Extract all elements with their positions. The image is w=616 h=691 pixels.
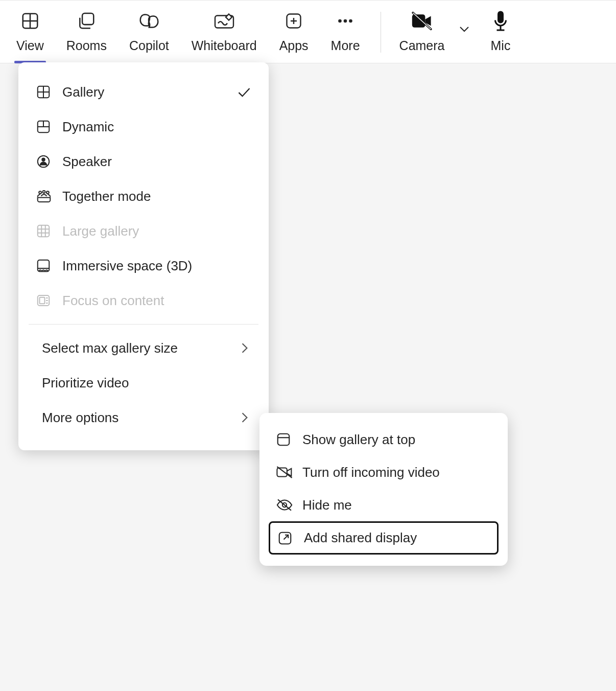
svg-point-24 [39,191,41,194]
menu-speaker[interactable]: Speaker [18,144,269,179]
menu-large-gallery: Large gallery [18,214,269,248]
menu-select-max-label: Select max gallery size [42,340,241,356]
svg-point-23 [42,158,45,162]
menu-dynamic[interactable]: Dynamic [18,109,269,144]
svg-line-45 [284,535,289,539]
focus-content-icon [36,293,55,308]
svg-rect-40 [277,468,287,477]
svg-line-43 [278,499,291,510]
toolbar-mic[interactable]: Mic [485,10,517,53]
large-gallery-icon [36,223,55,239]
menu-more-options-label: More options [42,410,241,426]
toolbar-divider [381,12,381,53]
video-off-icon [276,465,297,479]
menu-immersive-space[interactable]: Immersive space (3D) [18,248,269,283]
menu-together-label: Together mode [62,189,251,204]
toolbar-rooms[interactable]: Rooms [60,10,113,53]
toolbar-view[interactable]: View [10,10,50,53]
toolbar-camera[interactable]: Camera [393,10,451,53]
more-options-submenu: Show gallery at top Turn off incoming vi… [259,413,508,566]
apps-plus-icon [285,10,303,32]
immersive-3d-icon [36,258,55,273]
copilot-icon [138,10,160,32]
menu-select-max-gallery[interactable]: Select max gallery size [18,331,269,365]
toolbar-camera-label: Camera [399,38,445,53]
svg-rect-34 [40,297,45,304]
toolbar-more-label: More [331,38,360,53]
svg-point-26 [46,191,49,194]
submenu-show-gallery-top-label: Show gallery at top [302,432,415,448]
menu-more-options[interactable]: More options [18,400,269,435]
svg-point-8 [338,19,342,23]
camera-off-icon [410,10,434,32]
submenu-show-gallery-top[interactable]: Show gallery at top [269,423,499,456]
menu-gallery-label: Gallery [62,84,237,100]
svg-rect-3 [82,13,93,25]
view-dropdown-menu: Gallery Dynamic Speaker [18,62,269,450]
chevron-down-icon [458,25,470,33]
together-mode-icon [36,189,55,204]
submenu-hide-me[interactable]: Hide me [269,489,499,521]
whiteboard-icon [214,10,235,32]
submenu-add-shared-display-label: Add shared display [304,530,417,546]
menu-immersive-label: Immersive space (3D) [62,258,251,274]
menu-large-gallery-label: Large gallery [62,223,251,239]
menu-focus-content: Focus on content [18,283,269,318]
menu-dynamic-label: Dynamic [62,119,251,135]
toolbar-more[interactable]: More [325,10,366,53]
svg-point-10 [349,19,352,23]
meeting-toolbar: View Rooms Copilot Whiteboard [0,0,616,63]
toolbar-whiteboard-label: Whiteboard [192,38,257,53]
menu-speaker-label: Speaker [62,154,251,170]
menu-prioritize-video[interactable]: Prioritize video [18,365,269,400]
toolbar-rooms-label: Rooms [66,38,107,53]
dynamic-layout-icon [36,119,55,134]
popout-square-icon [277,531,299,546]
svg-rect-38 [278,434,290,446]
svg-point-9 [344,19,347,23]
svg-point-25 [43,191,45,193]
toolbar-mic-label: Mic [491,38,511,53]
menu-prioritize-label: Prioritize video [42,375,251,391]
submenu-turn-off-incoming-label: Turn off incoming video [302,465,440,480]
svg-rect-13 [497,11,504,24]
svg-rect-27 [38,225,50,237]
check-icon [237,86,251,98]
toolbar-copilot-label: Copilot [129,38,169,53]
chevron-right-icon [241,342,251,354]
submenu-turn-off-incoming-video[interactable]: Turn off incoming video [269,456,499,489]
ellipsis-icon [335,10,356,32]
submenu-hide-me-label: Hide me [302,497,352,513]
menu-separator [29,324,258,325]
rooms-icon [77,10,96,32]
toolbar-view-label: View [16,38,44,53]
menu-together-mode[interactable]: Together mode [18,179,269,214]
submenu-add-shared-display[interactable]: Add shared display [269,521,499,555]
gallery-top-icon [276,432,297,447]
toolbar-apps[interactable]: Apps [273,10,315,53]
grid-icon [20,10,40,32]
camera-chevron-button[interactable] [458,25,470,33]
speaker-person-icon [36,154,55,169]
toolbar-copilot[interactable]: Copilot [123,10,175,53]
eye-off-icon [276,498,297,512]
menu-gallery[interactable]: Gallery [18,75,269,109]
menu-focus-content-label: Focus on content [62,293,251,309]
microphone-icon [493,10,508,32]
gallery-grid-icon [36,84,55,100]
chevron-right-icon [241,412,251,423]
toolbar-apps-label: Apps [279,38,309,53]
toolbar-whiteboard[interactable]: Whiteboard [185,10,263,53]
